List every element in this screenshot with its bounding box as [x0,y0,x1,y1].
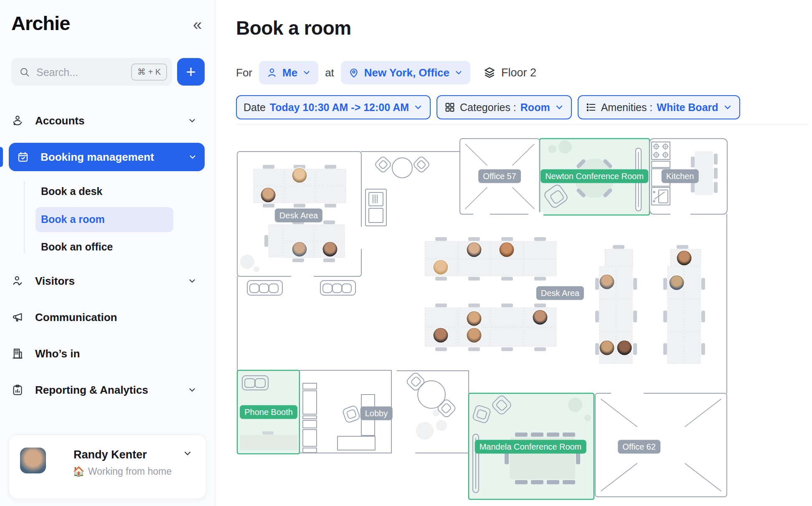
sidebar-item-communication[interactable]: Communication [11,306,204,329]
chevron-down-icon [454,68,463,77]
header-divider [236,124,809,124]
person-avatar [434,328,448,343]
subtree-guide-line [24,181,25,253]
sidebar-item-label: Book a room [41,213,105,225]
person-select[interactable]: Me [259,61,318,84]
profile-status: 🏠 Working from home [73,466,172,477]
amenities-label: Amenities : [601,101,653,114]
kitchen-door [652,187,670,205]
location-select[interactable]: New York, Office [341,61,470,84]
sidebar-item-book-a-room[interactable]: Book a room [36,207,173,232]
couch [247,281,282,295]
at-label: at [325,66,334,79]
date-label: Date [244,101,266,114]
sidebar-item-visitors[interactable]: Visitors [11,270,204,292]
chevron-down-icon[interactable] [183,448,193,458]
chair [413,156,430,173]
person-avatar [677,251,692,266]
date-filter[interactable]: Date Today 10:30 AM -> 12:00 AM [236,95,431,119]
sidebar-item-whos-in[interactable]: Who’s in [11,342,204,365]
sidebar-item-book-a-desk[interactable]: Book a desk [41,185,102,197]
calendar-check-icon [17,151,29,163]
sidebar-item-book-an-office[interactable]: Book an office [41,241,113,253]
add-button[interactable]: + [177,58,205,86]
person-avatar [434,260,448,275]
person-avatar [467,311,482,326]
person-avatar [500,243,514,257]
amenities-filter[interactable]: Amenities : White Board [578,95,740,119]
book-a-room-page: Archie « ⌘ + K + Accounts Booking manage… [0,0,812,506]
chevron-down-icon [554,102,564,112]
sidebar-item-label: Reporting & Analytics [35,384,148,397]
chevron-down-icon [413,102,423,112]
profile-status-text: Working from home [88,466,172,477]
person-avatar [600,275,614,289]
sidebar-item-label: Accounts [35,114,84,127]
person-avatar [467,328,482,343]
clipboard-chart-icon [11,384,24,396]
filter-bar: Date Today 10:30 AM -> 12:00 AM Categori… [236,95,740,119]
sidebar-item-label: Booking management [41,151,154,164]
person-avatar [261,188,276,202]
user-profile-card[interactable]: Randy Kenter 🏠 Working from home [9,435,206,499]
layers-icon [483,66,496,79]
room-badge-kitchen: Kitchen [662,170,699,183]
person-avatar [292,168,307,183]
app-logo: Archie [11,12,70,35]
user-icon [266,67,278,78]
armchair [342,405,360,423]
search-box[interactable]: ⌘ + K [11,58,172,86]
booking-toolbar: For Me at New York, Office Floor 2 [236,61,536,84]
person-avatar [467,243,482,257]
search-input[interactable] [36,61,125,83]
room-badge-newton[interactable]: Newton Conference Room [540,170,648,183]
sidebar-item-label: Who’s in [35,347,80,360]
person-avatar [617,341,632,355]
room-badge-phone-booth[interactable]: Phone Booth [240,405,297,419]
sidebar-item-accounts[interactable]: Accounts [11,109,204,132]
couch [320,281,355,295]
home-emoji-icon: 🏠 [73,466,85,477]
chevron-down-icon [188,152,197,162]
booth-desk [240,435,297,450]
list-icon [585,101,597,113]
categories-label: Categories : [460,101,516,114]
person-avatar [670,276,684,290]
sidebar-collapse-icon[interactable]: « [193,16,202,34]
chevron-down-icon [723,102,733,112]
date-value: Today 10:30 AM -> 12:00 AM [270,101,409,114]
person-avatar [533,310,548,325]
person-avatar [600,341,614,355]
categories-filter[interactable]: Categories : Room [436,95,572,119]
room-badge-office-57: Office 57 [478,170,521,183]
stove [652,142,670,159]
search-shortcut-badge: ⌘ + K [131,63,167,81]
chevron-down-icon [302,68,311,77]
grid-icon [444,101,456,113]
chair [374,156,392,173]
office-62-room [595,393,727,497]
sidebar-item-booking-management[interactable]: Booking management [9,143,205,171]
floor-label: Floor 2 [501,66,536,79]
room-badge-lobby: Lobby [360,407,393,420]
shelving [303,383,317,453]
kitchen-counter [652,161,670,167]
avatar [20,448,46,473]
round-table [392,158,412,178]
lobby-desk [337,436,375,450]
amenities-value: White Board [657,101,718,114]
chevron-down-icon [188,116,197,125]
person-select-value: Me [282,66,297,79]
person-avatar [292,242,307,257]
sidebar-item-reporting-analytics[interactable]: Reporting & Analytics [11,379,204,401]
floor-indicator[interactable]: Floor 2 [483,66,536,79]
room-badge-mandela[interactable]: Mandela Conference Room [475,440,586,454]
building-icon [11,347,24,360]
megaphone-icon [11,311,24,324]
accounts-icon [11,114,24,127]
search-icon [19,66,30,78]
for-label: For [236,66,252,79]
profile-name: Randy Kenter [74,448,147,461]
cabinet [365,189,386,226]
location-select-value: New York, Office [364,66,449,79]
